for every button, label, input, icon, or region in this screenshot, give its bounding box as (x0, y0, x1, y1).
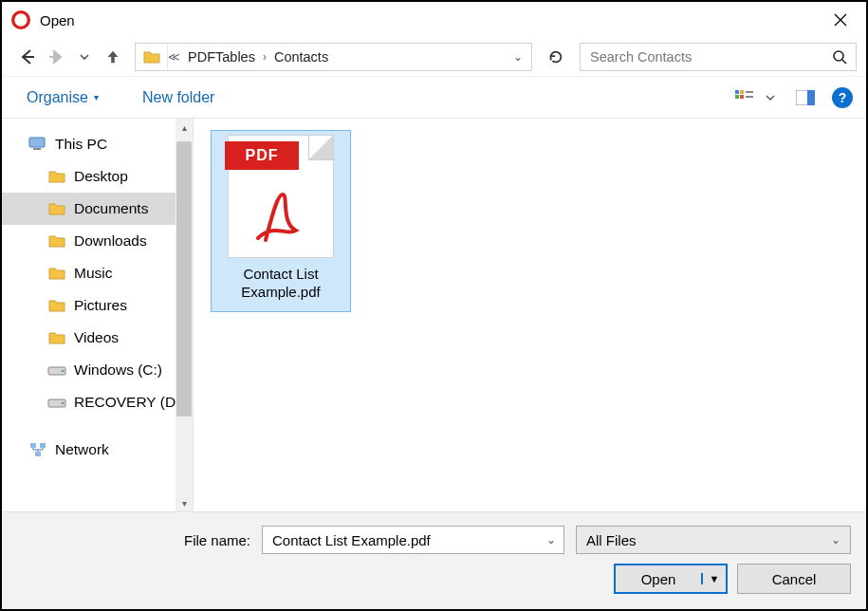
acrobat-icon (229, 185, 333, 244)
file-name: Contact List Example.pdf (215, 266, 346, 307)
tree-item-windows-c-[interactable]: Windows (C:) (2, 354, 193, 386)
svg-line-4 (842, 60, 846, 64)
tree-item-downloads[interactable]: Downloads (2, 225, 193, 257)
open-split-dropdown[interactable]: ▼ (701, 573, 726, 584)
dialog-body: This PC DesktopDocumentsDownloadsMusicPi… (2, 118, 866, 511)
breadcrumb-1[interactable]: Contacts (267, 49, 336, 65)
tree-label: Network (55, 441, 109, 458)
tree-label: Downloads (74, 232, 147, 250)
filename-combo[interactable]: ⌄ (262, 526, 564, 554)
svg-rect-7 (735, 95, 739, 99)
cancel-label: Cancel (772, 571, 817, 587)
help-button[interactable]: ? (832, 87, 853, 108)
chevron-down-icon[interactable]: ⌄ (539, 533, 563, 546)
svg-rect-20 (40, 443, 46, 448)
tree-label: Documents (74, 200, 148, 217)
tree-item-videos[interactable]: Videos (2, 322, 193, 354)
drive-icon (47, 361, 66, 379)
nav-tree: This PC DesktopDocumentsDownloadsMusicPi… (2, 119, 194, 511)
file-type-filter[interactable]: All Files ⌄ (576, 526, 851, 554)
chevron-down-icon[interactable] (764, 86, 777, 109)
new-folder-button[interactable]: New folder (142, 89, 214, 106)
dialog-footer: File name: ⌄ All Files ⌄ Open ▼ Cancel (2, 511, 866, 609)
recent-dropdown-icon[interactable] (72, 45, 97, 69)
svg-point-3 (834, 51, 843, 61)
titlebar: Open (2, 2, 866, 38)
open-button[interactable]: Open ▼ (614, 564, 728, 594)
tree-item-desktop[interactable]: Desktop (2, 160, 193, 193)
svg-rect-10 (746, 96, 753, 98)
search-input[interactable] (581, 44, 823, 70)
svg-point-18 (62, 402, 65, 405)
pdf-thumbnail: PDF (228, 135, 334, 258)
svg-rect-13 (29, 138, 45, 147)
svg-rect-8 (740, 95, 744, 99)
filter-label: All Files (586, 532, 637, 548)
folder-icon (47, 297, 66, 314)
open-label: Open (616, 571, 701, 587)
preview-pane-icon[interactable] (794, 86, 817, 109)
view-options-icon[interactable] (733, 86, 756, 109)
forward-button (44, 45, 68, 69)
folder-icon (136, 44, 168, 70)
new-folder-label: New folder (142, 89, 214, 106)
tree-label: Videos (74, 329, 119, 346)
filename-input[interactable] (263, 527, 539, 553)
refresh-button[interactable] (542, 43, 570, 71)
svg-rect-12 (807, 90, 815, 105)
chevron-down-icon[interactable]: ⌄ (505, 50, 531, 64)
chevron-down-icon: ⌄ (831, 533, 840, 546)
pdf-badge: PDF (225, 141, 299, 170)
folder-icon (47, 329, 66, 346)
svg-rect-21 (35, 452, 41, 456)
nav-row: ≪ PDFTables › Contacts ⌄ (2, 38, 866, 76)
scroll-thumb[interactable] (176, 141, 192, 417)
cancel-button[interactable]: Cancel (737, 564, 851, 594)
tree-label: This PC (55, 136, 107, 153)
file-item[interactable]: PDF Contact List Example.pdf (211, 130, 351, 312)
svg-rect-9 (746, 91, 753, 93)
breadcrumb-bar[interactable]: ≪ PDFTables › Contacts ⌄ (135, 43, 532, 71)
up-button[interactable] (101, 45, 125, 69)
folder-icon (47, 265, 66, 282)
tree-item-music[interactable]: Music (2, 257, 193, 289)
tree-label: Pictures (74, 297, 127, 314)
tree-item-documents[interactable]: Documents (2, 193, 193, 225)
scroll-down-icon[interactable]: ▾ (175, 494, 193, 511)
pc-icon (28, 136, 47, 153)
tree-item-recovery-d-[interactable]: RECOVERY (D:) (2, 386, 193, 418)
tree-scrollbar[interactable]: ▴ ▾ (175, 119, 193, 511)
svg-rect-5 (735, 90, 739, 94)
tree-label: Music (74, 265, 112, 282)
tree-label: RECOVERY (D:) (74, 394, 185, 411)
tree-label: Desktop (74, 168, 128, 185)
organise-button[interactable]: Organise ▾ (27, 89, 99, 106)
toolbar: Organise ▾ New folder ? (2, 76, 866, 118)
close-button[interactable] (819, 5, 862, 35)
tree-label: Windows (C:) (74, 361, 162, 379)
drive-icon (47, 394, 66, 411)
window-title: Open (40, 12, 75, 28)
svg-point-16 (62, 370, 65, 373)
network-icon (28, 441, 47, 458)
tree-this-pc[interactable]: This PC (2, 128, 193, 160)
folder-icon (47, 232, 66, 250)
file-pane[interactable]: PDF Contact List Example.pdf (194, 119, 866, 511)
search-icon[interactable] (823, 49, 856, 65)
breadcrumb-0[interactable]: PDFTables (180, 49, 263, 65)
svg-rect-19 (30, 443, 36, 448)
chevron-right-icon: ≪ (168, 50, 180, 64)
scroll-up-icon[interactable]: ▴ (175, 119, 193, 136)
folder-icon (47, 168, 66, 185)
organise-label: Organise (27, 89, 88, 106)
svg-point-0 (13, 12, 29, 28)
page-fold-icon (308, 136, 333, 160)
open-dialog: Open ≪ PDFTables › Contacts ⌄ (0, 0, 868, 611)
search-box[interactable] (580, 43, 857, 71)
folder-icon (47, 200, 66, 217)
opera-icon (11, 10, 30, 29)
tree-network[interactable]: Network (2, 434, 193, 466)
back-button[interactable] (15, 45, 40, 69)
chevron-down-icon: ▾ (94, 92, 99, 102)
tree-item-pictures[interactable]: Pictures (2, 289, 193, 322)
